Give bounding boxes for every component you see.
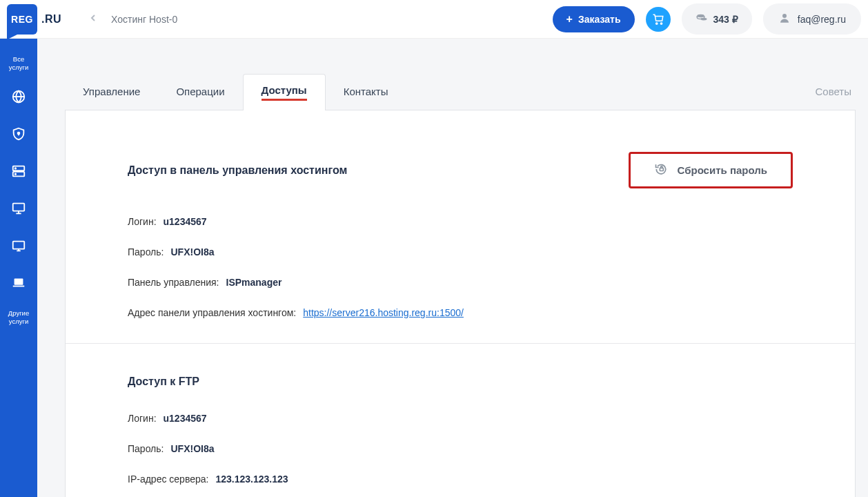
active-underline — [262, 99, 307, 101]
header: REG .RU Хостинг Host-0 + Заказать 343 ₽ … — [0, 0, 868, 39]
svg-point-3 — [700, 18, 707, 21]
ftp-login-row: Логин: u1234567 — [128, 413, 793, 424]
logo-reg-text: REG — [11, 14, 33, 25]
logo-ru-text: .RU — [41, 13, 61, 26]
content-panel: Доступ в панель управления хостингом Сбр… — [65, 110, 856, 497]
user-icon — [778, 12, 791, 26]
cp-panel-row: Панель управления: ISPmanager — [128, 277, 793, 288]
cp-address-link[interactable]: https://server216.hosting.reg.ru:1500/ — [303, 307, 464, 318]
sidebar-other-services-label[interactable]: Другие услуги — [8, 309, 29, 326]
svg-rect-11 — [13, 204, 25, 211]
ftp-ip-label: IP-адрес сервера: — [128, 474, 208, 485]
ftp-login-label: Логин: — [128, 413, 157, 424]
ftp-login-value: u1234567 — [164, 413, 207, 424]
svg-point-2 — [697, 14, 704, 18]
reset-password-label: Сбросить пароль — [678, 164, 767, 176]
tab-operations[interactable]: Операции — [158, 76, 242, 107]
server-icon[interactable] — [6, 159, 31, 184]
main-content: Управление Операции Доступы Контакты Сов… — [37, 39, 868, 497]
tab-access-label: Доступы — [262, 84, 307, 96]
ftp-ip-row: IP-адрес сервера: 123.123.123.123 — [128, 474, 793, 485]
ftp-password-value: UFX!OI8a — [170, 443, 214, 454]
order-button[interactable]: + Заказать — [553, 6, 635, 32]
ftp-password-row: Пароль: UFX!OI8a — [128, 443, 793, 454]
cp-login-row: Логин: u1234567 — [128, 216, 793, 227]
cp-address-label: Адрес панели управления хостингом: — [128, 307, 296, 318]
cp-password-label: Пароль: — [128, 246, 164, 257]
laptop-icon[interactable] — [6, 271, 31, 295]
coins-icon — [696, 12, 708, 26]
ftp-password-label: Пароль: — [128, 443, 164, 454]
cp-login-label: Логин: — [128, 216, 157, 227]
globe-icon[interactable] — [6, 84, 31, 109]
cp-address-row: Адрес панели управления хостингом: https… — [128, 307, 793, 318]
reset-password-button[interactable]: Сбросить пароль — [629, 152, 793, 188]
svg-point-1 — [660, 22, 662, 23]
cp-panel-value: ISPmanager — [226, 277, 282, 288]
tabs: Управление Операции Доступы Контакты Сов… — [65, 73, 856, 110]
ftp-title: Доступ к FTP — [128, 376, 793, 388]
tab-management[interactable]: Управление — [65, 76, 158, 107]
display-icon[interactable] — [6, 233, 31, 258]
svg-rect-15 — [660, 168, 663, 170]
cart-button[interactable] — [646, 7, 671, 32]
cp-password-row: Пароль: UFX!OI8a — [128, 246, 793, 257]
cp-access-title: Доступ в панель управления хостингом — [128, 164, 347, 177]
cp-password-value: UFX!OI8a — [170, 246, 214, 257]
sidebar: Все услуги Другие услуги — [0, 39, 37, 497]
shield-icon[interactable] — [6, 121, 31, 146]
cp-login-value: u1234567 — [164, 216, 207, 227]
svg-point-10 — [15, 173, 16, 174]
svg-point-4 — [782, 14, 787, 18]
plus-icon: + — [566, 13, 573, 26]
sidebar-all-services-label[interactable]: Все услуги — [9, 55, 28, 72]
user-email-text: faq@reg.ru — [798, 14, 846, 25]
cart-icon — [652, 13, 664, 26]
user-menu[interactable]: faq@reg.ru — [763, 3, 861, 35]
svg-rect-13 — [14, 279, 23, 285]
back-chevron-icon[interactable] — [88, 11, 99, 27]
breadcrumb[interactable]: Хостинг Host-0 — [111, 14, 177, 25]
monitor-icon[interactable] — [6, 196, 31, 221]
cp-panel-label: Панель управления: — [128, 277, 219, 288]
section-divider — [66, 343, 855, 344]
lock-reset-icon — [654, 162, 668, 178]
svg-rect-14 — [13, 286, 25, 287]
cp-access-header: Доступ в панель управления хостингом Сбр… — [128, 152, 793, 188]
tips-link[interactable]: Советы — [811, 76, 856, 107]
svg-point-9 — [15, 168, 16, 168]
balance-value: 343 ₽ — [713, 14, 738, 25]
tab-contacts[interactable]: Контакты — [326, 76, 406, 107]
svg-point-0 — [655, 22, 657, 23]
tab-access[interactable]: Доступы — [243, 74, 326, 110]
order-label: Заказать — [578, 14, 621, 25]
svg-rect-12 — [13, 242, 25, 249]
balance-button[interactable]: 343 ₽ — [682, 3, 752, 35]
logo[interactable]: REG .RU — [7, 4, 61, 35]
ftp-ip-value: 123.123.123.123 — [215, 474, 288, 485]
